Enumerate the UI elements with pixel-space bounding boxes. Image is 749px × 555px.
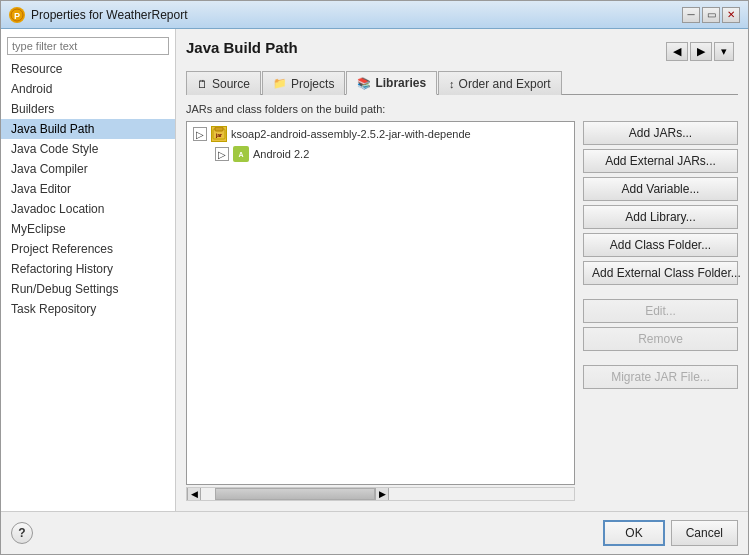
add-library-button[interactable]: Add Library... — [583, 205, 738, 229]
sidebar-item-java-build-path[interactable]: Java Build Path — [1, 119, 175, 139]
sidebar-item-myeclipse[interactable]: MyEclipse — [1, 219, 175, 239]
dropdown-button[interactable]: ▾ — [714, 42, 734, 61]
button-panel: Add JARs... Add External JARs... Add Var… — [583, 121, 738, 501]
tree-item-android[interactable]: ▷ A Android 2.2 — [189, 144, 572, 164]
minimize-button[interactable]: ─ — [682, 7, 700, 23]
split-area: ▷ jar ksoap2-android-assembly-2.5.2-jar-… — [186, 121, 738, 501]
sidebar-item-task-repository[interactable]: Task Repository — [1, 299, 175, 319]
tree-item-jar[interactable]: ▷ jar ksoap2-android-assembly-2.5.2-jar-… — [189, 124, 572, 144]
sidebar-item-resource[interactable]: Resource — [1, 59, 175, 79]
bottom-bar: ? OK Cancel — [1, 511, 748, 554]
jar-label: ksoap2-android-assembly-2.5.2-jar-with-d… — [231, 128, 471, 140]
filter-input[interactable] — [7, 37, 169, 55]
tab-order-export-label: Order and Export — [459, 77, 551, 91]
sidebar-item-java-code-style[interactable]: Java Code Style — [1, 139, 175, 159]
tab-libraries[interactable]: 📚 Libraries — [346, 71, 437, 95]
sidebar-item-refactoring-history[interactable]: Refactoring History — [1, 259, 175, 279]
scroll-thumb[interactable] — [215, 488, 375, 500]
sidebar-item-android[interactable]: Android — [1, 79, 175, 99]
title-bar-left: P Properties for WeatherReport — [9, 7, 188, 23]
panel-title: Java Build Path — [186, 39, 298, 56]
horizontal-scrollbar[interactable]: ◀ ▶ — [186, 487, 575, 501]
sidebar-item-run-debug-settings[interactable]: Run/Debug Settings — [1, 279, 175, 299]
libraries-tab-icon: 📚 — [357, 77, 371, 90]
add-class-folder-button[interactable]: Add Class Folder... — [583, 233, 738, 257]
panel-body: JARs and class folders on the build path… — [186, 103, 738, 501]
svg-rect-3 — [215, 127, 223, 131]
android-label: Android 2.2 — [253, 148, 309, 160]
tab-projects-label: Projects — [291, 77, 334, 91]
sidebar: Resource Android Builders Java Build Pat… — [1, 29, 176, 511]
nav-arrows: ◀ ▶ ▾ — [666, 42, 734, 61]
add-external-class-folder-button[interactable]: Add External Class Folder... — [583, 261, 738, 285]
tab-order-export[interactable]: ↕ Order and Export — [438, 71, 562, 95]
help-button[interactable]: ? — [11, 522, 33, 544]
order-export-tab-icon: ↕ — [449, 78, 455, 90]
scroll-right-button[interactable]: ▶ — [375, 487, 389, 501]
maximize-button[interactable]: ▭ — [702, 7, 720, 23]
svg-text:P: P — [14, 11, 20, 21]
tab-source[interactable]: 🗒 Source — [186, 71, 261, 95]
sidebar-item-java-compiler[interactable]: Java Compiler — [1, 159, 175, 179]
source-tab-icon: 🗒 — [197, 78, 208, 90]
svg-text:jar: jar — [215, 132, 222, 138]
remove-button[interactable]: Remove — [583, 327, 738, 351]
scroll-left-button[interactable]: ◀ — [187, 487, 201, 501]
button-separator-1 — [583, 289, 738, 295]
add-external-jars-button[interactable]: Add External JARs... — [583, 149, 738, 173]
cancel-button[interactable]: Cancel — [671, 520, 738, 546]
window-controls: ─ ▭ ✕ — [682, 7, 740, 23]
build-path-tree[interactable]: ▷ jar ksoap2-android-assembly-2.5.2-jar-… — [186, 121, 575, 485]
sidebar-item-javadoc-location[interactable]: Javadoc Location — [1, 199, 175, 219]
panel-description: JARs and class folders on the build path… — [186, 103, 738, 115]
edit-button[interactable]: Edit... — [583, 299, 738, 323]
title-bar: P Properties for WeatherReport ─ ▭ ✕ — [1, 1, 748, 29]
close-button[interactable]: ✕ — [722, 7, 740, 23]
expand-android[interactable]: ▷ — [215, 147, 229, 161]
android-icon: A — [233, 146, 249, 162]
svg-text:A: A — [238, 151, 243, 158]
dialog-content: Resource Android Builders Java Build Pat… — [1, 29, 748, 511]
ok-button[interactable]: OK — [603, 520, 664, 546]
tab-projects[interactable]: 📁 Projects — [262, 71, 345, 95]
sidebar-item-project-references[interactable]: Project References — [1, 239, 175, 259]
add-jars-button[interactable]: Add JARs... — [583, 121, 738, 145]
add-variable-button[interactable]: Add Variable... — [583, 177, 738, 201]
tab-libraries-label: Libraries — [375, 76, 426, 90]
back-button[interactable]: ◀ — [666, 42, 688, 61]
sidebar-item-builders[interactable]: Builders — [1, 99, 175, 119]
main-panel: Java Build Path ◀ ▶ ▾ 🗒 Source 📁 Project… — [176, 29, 748, 511]
projects-tab-icon: 📁 — [273, 77, 287, 90]
tab-bar: 🗒 Source 📁 Projects 📚 Libraries ↕ Order … — [186, 70, 738, 95]
expand-jar[interactable]: ▷ — [193, 127, 207, 141]
ok-cancel-buttons: OK Cancel — [603, 520, 738, 546]
sidebar-item-java-editor[interactable]: Java Editor — [1, 179, 175, 199]
jar-icon: jar — [211, 126, 227, 142]
dialog-icon: P — [9, 7, 25, 23]
button-separator-2 — [583, 355, 738, 361]
properties-dialog: P Properties for WeatherReport ─ ▭ ✕ Res… — [0, 0, 749, 555]
dialog-title: Properties for WeatherReport — [31, 8, 188, 22]
forward-button[interactable]: ▶ — [690, 42, 712, 61]
tab-source-label: Source — [212, 77, 250, 91]
migrate-jar-button[interactable]: Migrate JAR File... — [583, 365, 738, 389]
